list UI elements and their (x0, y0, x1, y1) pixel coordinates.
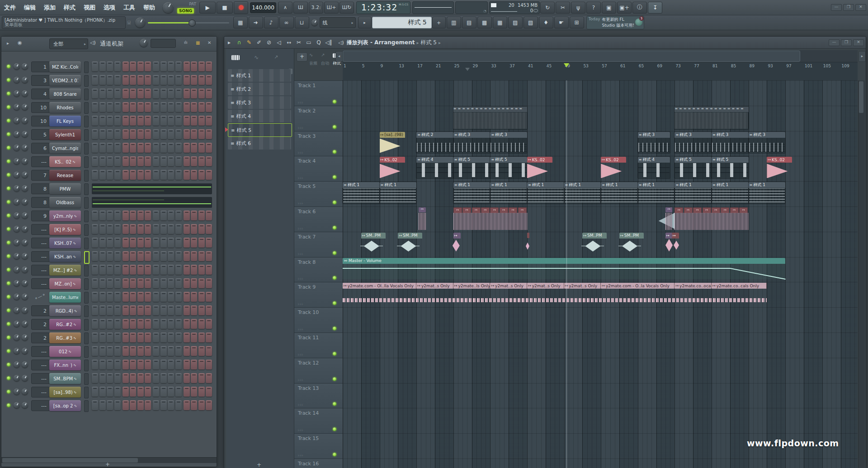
step-16[interactable] (206, 238, 212, 248)
step-11[interactable] (168, 292, 174, 302)
cpu-panel[interactable]: 201453 MB0 (489, 1, 540, 14)
step-3[interactable] (107, 211, 113, 220)
pattern-clip-header[interactable]: ≡样式 3 (675, 132, 712, 138)
step-5[interactable] (123, 75, 129, 85)
step-8[interactable] (145, 305, 151, 315)
channel-target-box[interactable]: 2 (31, 319, 50, 330)
channel-button-Maste..lume[interactable]: Maste..lume (49, 292, 81, 303)
step-12[interactable] (175, 278, 182, 288)
playlist-vscroll-handle[interactable] (859, 81, 863, 113)
step-13[interactable] (184, 224, 190, 234)
channel-rack-button[interactable]: ▦ (493, 17, 507, 28)
step-12[interactable] (175, 319, 182, 329)
step-11[interactable] (168, 129, 174, 139)
step-7[interactable] (137, 319, 144, 329)
step-2[interactable] (99, 102, 106, 112)
step-7[interactable] (137, 346, 144, 356)
pattern-clip-header[interactable]: ≡样式 3 (638, 132, 670, 138)
channel-pan-knob[interactable] (14, 90, 20, 97)
channel-pan-knob[interactable] (14, 239, 20, 246)
pattern-clip-Track 5-8[interactable]: ≡样式 1 (675, 182, 712, 204)
pattern-clip-Track 5-9[interactable]: ≡样式 1 (712, 182, 749, 204)
zoom-tool-icon[interactable]: Q (314, 38, 324, 47)
channel-volume-knob[interactable] (22, 226, 28, 232)
step-1[interactable] (92, 332, 98, 342)
step-10[interactable] (160, 400, 167, 410)
channel-select-strip[interactable] (84, 102, 89, 114)
step-7[interactable] (137, 332, 144, 342)
step-13[interactable] (184, 305, 190, 315)
rack-scroll-handle[interactable] (2, 458, 138, 463)
step-3[interactable] (107, 332, 113, 342)
step-4[interactable] (114, 305, 121, 315)
step-12[interactable] (175, 305, 182, 315)
step-14[interactable] (191, 373, 197, 383)
step-6[interactable] (130, 170, 136, 180)
step-12[interactable] (175, 89, 182, 98)
pattern-clip-Track 3-4[interactable]: ≡样式 3 (638, 132, 670, 154)
channel-button-Reease[interactable]: Reease (49, 170, 81, 181)
step-1[interactable] (92, 238, 98, 248)
step-13[interactable] (184, 102, 190, 112)
pattern-clip-Track 5-0[interactable]: ≡样式 1 (343, 182, 380, 204)
channel-button-012[interactable]: 012∿ (49, 346, 81, 357)
step-9[interactable] (153, 305, 159, 315)
channel-pan-knob[interactable] (14, 280, 20, 286)
pattern-clip-Track 4-1[interactable]: ≡样式 4 (416, 157, 453, 178)
step-5[interactable] (123, 305, 129, 315)
step-9[interactable] (153, 278, 159, 288)
vocal-clip-3[interactable]: ↦y2mat..s Only (490, 283, 527, 289)
pattern-clip-header[interactable]: ≡样式 1 (712, 182, 749, 188)
step-9[interactable] (153, 170, 159, 180)
step-4[interactable] (114, 251, 121, 261)
download-icon[interactable]: ↧ (648, 2, 662, 14)
step-13[interactable] (184, 61, 190, 71)
step-7[interactable] (137, 129, 144, 139)
step-2[interactable] (99, 387, 106, 397)
step-5[interactable] (123, 251, 129, 261)
channel-target-box[interactable]: --- (31, 224, 50, 235)
channel-target-box[interactable]: 2 (31, 305, 50, 316)
step-16[interactable] (206, 156, 212, 166)
step-11[interactable] (168, 116, 174, 126)
channel-select-strip[interactable] (84, 129, 89, 141)
channel-select-strip[interactable] (84, 278, 89, 290)
step-3[interactable] (107, 387, 113, 397)
pattern-clip-header[interactable]: ≡样式 1 (638, 182, 675, 188)
channel-select-strip[interactable] (84, 251, 90, 264)
wait-for-input-icon[interactable]: Ш (293, 2, 308, 14)
step-11[interactable] (168, 373, 174, 383)
step-2[interactable] (99, 332, 106, 342)
pattern-clip-header[interactable]: ≡样式 3 (749, 132, 786, 138)
step-2[interactable] (99, 373, 106, 383)
step-3[interactable] (107, 89, 113, 98)
step-4[interactable] (114, 143, 121, 153)
mute-tool-icon[interactable]: ◁ (274, 38, 284, 47)
pattern-clip-Track 4-2[interactable]: ≡样式 5 (453, 157, 491, 178)
step-7[interactable] (137, 292, 144, 302)
step-3[interactable] (107, 129, 113, 139)
step-6[interactable] (130, 278, 136, 288)
step-5[interactable] (123, 211, 129, 220)
step-14[interactable] (191, 75, 197, 85)
step-16[interactable] (206, 61, 212, 71)
step-1[interactable] (92, 265, 98, 275)
channel-pan-knob[interactable] (14, 172, 20, 178)
step-7[interactable] (137, 387, 144, 397)
pattern-clip-header[interactable]: ≡样式 5 (675, 157, 712, 163)
pattern-clip-header[interactable]: ≡样式 5 (712, 157, 749, 163)
step-5[interactable] (123, 89, 129, 98)
channel-button-_RG..#3[interactable]: _RG..#3∿ (49, 332, 81, 343)
step-8[interactable] (145, 89, 151, 98)
step-12[interactable] (175, 251, 182, 261)
picker-panel-button[interactable]: ▥ (447, 17, 461, 28)
step-16[interactable] (206, 400, 212, 410)
channel-select-strip[interactable] (84, 211, 89, 222)
step-14[interactable] (191, 156, 197, 166)
channel-target-box[interactable]: 8 (31, 183, 50, 194)
channel-pan-knob[interactable] (14, 388, 20, 395)
pat-song-toggle[interactable]: PATSONG (177, 2, 197, 14)
step-13[interactable] (184, 360, 190, 370)
channel-select-strip[interactable] (84, 197, 89, 209)
step-16[interactable] (206, 305, 212, 315)
